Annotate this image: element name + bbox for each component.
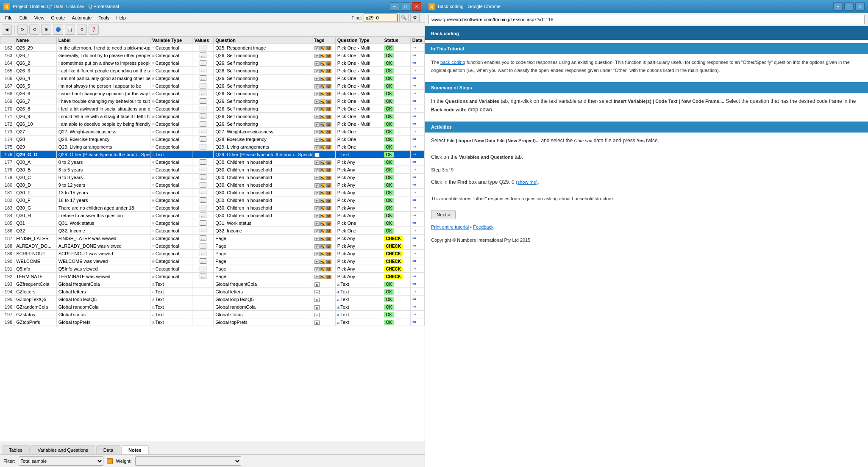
col-data[interactable]: Data — [410, 37, 424, 44]
table-row[interactable]: 181Q30_E13 to 15 years≡Categorical...Q30… — [0, 189, 425, 196]
row-data-arrow[interactable]: ⇒ — [410, 128, 424, 135]
values-button[interactable]: ... — [200, 251, 206, 256]
table-row[interactable]: 198GZtopPrefsGlobal topPrefsaTextGlobal … — [0, 318, 425, 326]
table-row[interactable]: 197GZstatusGlobal statusaTextGlobal stat… — [0, 311, 425, 318]
row-values[interactable]: ... — [192, 67, 214, 75]
row-values[interactable] — [192, 151, 214, 158]
table-row[interactable]: 194GZlettersGlobal lettersaTextGlobal le… — [0, 288, 425, 296]
row-values[interactable]: ... — [192, 273, 214, 280]
row-data-arrow[interactable]: ⇒ — [410, 280, 424, 288]
row-data-arrow[interactable]: ⇒ — [410, 212, 424, 219]
row-values[interactable]: ... — [192, 135, 214, 143]
tab-variables-questions[interactable]: Variables and Questions — [31, 445, 95, 454]
row-data-arrow[interactable]: ⇒ — [410, 59, 424, 67]
close-button[interactable]: ✕ — [412, 2, 421, 11]
row-data-arrow[interactable]: ⇒ — [410, 303, 424, 311]
toolbar-btn-4[interactable]: 🔵 — [53, 25, 63, 35]
table-row[interactable]: 182Q30_F16 to 17 years≡Categorical...Q30… — [0, 196, 425, 204]
table-row[interactable]: 185Q31Q31. Work status≡Categorical...Q31… — [0, 219, 425, 227]
row-data-arrow[interactable]: ⇒ — [410, 44, 424, 52]
table-row[interactable]: 176Q29_G_OQ29. Other (Please type into t… — [0, 151, 425, 158]
row-data-arrow[interactable]: ⇒ — [410, 151, 424, 158]
table-row[interactable]: 169Q26_7I have trouble changing my behav… — [0, 97, 425, 105]
values-button[interactable]: ... — [200, 167, 206, 172]
table-row[interactable]: 196GZrandomColaGlobal randomColaaTextGlo… — [0, 303, 425, 311]
toolbar-btn-3[interactable]: ⊕ — [41, 25, 51, 35]
row-data-arrow[interactable]: ⇒ — [410, 75, 424, 82]
find-options-button[interactable]: ⚙ — [410, 14, 420, 22]
col-vartype[interactable]: Variable Type — [150, 37, 192, 44]
back-coding-link[interactable]: back coding — [440, 60, 465, 65]
table-row[interactable]: 163Q26_1Generally, I do not try to pleas… — [0, 52, 425, 59]
row-data-arrow[interactable]: ⇒ — [410, 113, 424, 120]
table-row[interactable]: 179Q30_C6 to 8 years≡Categorical...Q30. … — [0, 174, 425, 181]
find-search-button[interactable]: 🔍 — [399, 14, 409, 22]
row-values[interactable]: ... — [192, 227, 214, 235]
values-button[interactable]: ... — [200, 274, 206, 279]
menu-view[interactable]: View — [31, 14, 48, 21]
table-row[interactable]: 183Q30_GThere are no children aged under… — [0, 204, 425, 212]
row-values[interactable]: ... — [192, 113, 214, 120]
table-row[interactable]: 171Q26_9I could tell a lie with a straig… — [0, 113, 425, 120]
find-input[interactable] — [364, 14, 398, 22]
row-data-arrow[interactable]: ⇒ — [410, 219, 424, 227]
row-data-arrow[interactable]: ⇒ — [410, 311, 424, 318]
next-button[interactable]: Next » — [431, 210, 456, 219]
row-values[interactable]: ... — [192, 166, 214, 174]
row-values[interactable] — [192, 280, 214, 288]
table-row[interactable]: 180Q30_D9 to 12 years≡Categorical...Q30.… — [0, 181, 425, 189]
values-button[interactable]: ... — [200, 220, 206, 226]
table-row[interactable]: 178Q30_B3 to 5 years≡Categorical...Q30. … — [0, 166, 425, 174]
table-row[interactable]: 188ALREADY_DO...ALREADY_DONE was viewed≡… — [0, 242, 425, 250]
tab-data[interactable]: Data — [96, 445, 120, 454]
toolbar-btn-1[interactable]: ⟳ — [17, 25, 28, 35]
values-button[interactable]: ... — [200, 45, 206, 50]
row-values[interactable]: ... — [192, 250, 214, 257]
menu-tools[interactable]: Tools — [95, 14, 113, 21]
col-status[interactable]: Status — [382, 37, 410, 44]
row-values[interactable]: ... — [192, 265, 214, 273]
table-row[interactable]: 168Q26_6I would not change my opinions (… — [0, 90, 425, 97]
row-values[interactable]: ... — [192, 181, 214, 189]
row-data-arrow[interactable]: ⇒ — [410, 189, 424, 196]
table-row[interactable]: 190WELCOMEWELCOME was viewed≡Categorical… — [0, 257, 425, 265]
row-data-arrow[interactable]: ⇒ — [410, 265, 424, 273]
values-button[interactable]: ... — [200, 258, 206, 264]
row-data-arrow[interactable]: ⇒ — [410, 97, 424, 105]
row-values[interactable]: ... — [192, 128, 214, 135]
row-data-arrow[interactable]: ⇒ — [410, 82, 424, 90]
row-values[interactable]: ... — [192, 242, 214, 250]
table-row[interactable]: 193GZfrequentColaGlobal frequentColaaTex… — [0, 280, 425, 288]
filter-select[interactable]: Total sample — [19, 456, 103, 466]
toolbar-btn-5[interactable]: 📊 — [65, 25, 75, 35]
values-button[interactable]: ... — [200, 83, 206, 88]
row-data-arrow[interactable]: ⇒ — [410, 67, 424, 75]
show-me-link[interactable]: (show me) — [516, 180, 537, 185]
values-button[interactable]: ... — [200, 174, 206, 180]
right-close-button[interactable]: ✕ — [855, 2, 865, 11]
row-values[interactable]: ... — [192, 75, 214, 82]
toolbar-btn-2[interactable]: ⟲ — [29, 25, 39, 35]
table-row[interactable]: 187FINISH_LATERFINISH_LATER was viewed≡C… — [0, 235, 425, 242]
row-values[interactable]: ... — [192, 105, 214, 113]
weight-select[interactable] — [135, 456, 241, 466]
row-values[interactable]: ... — [192, 90, 214, 97]
col-values[interactable]: Values — [192, 37, 214, 44]
table-row[interactable]: 195GZloopTextQ5Global loopTextQ5aTextGlo… — [0, 296, 425, 303]
values-button[interactable]: ... — [200, 106, 206, 111]
table-row[interactable]: 167Q26_5I'm not always the person I appe… — [0, 82, 425, 90]
toolbar-btn-7[interactable]: ❓ — [89, 25, 99, 35]
row-data-arrow[interactable]: ⇒ — [410, 105, 424, 113]
row-data-arrow[interactable]: ⇒ — [410, 135, 424, 143]
table-row[interactable]: 175Q29Q29. Living arrangements≡Categoric… — [0, 143, 425, 151]
values-button[interactable]: ... — [200, 213, 206, 218]
row-values[interactable]: ... — [192, 143, 214, 151]
table-row[interactable]: 186Q32Q32. Income≡Categorical...Q32. Inc… — [0, 227, 425, 235]
right-maximize-button[interactable]: □ — [844, 2, 854, 11]
row-values[interactable]: ... — [192, 235, 214, 242]
table-row[interactable]: 177Q30_A0 to 2 years≡Categorical...Q30. … — [0, 158, 425, 166]
feedback-link[interactable]: Feedback — [473, 224, 493, 229]
row-values[interactable]: ... — [192, 158, 214, 166]
row-data-arrow[interactable]: ⇒ — [410, 174, 424, 181]
values-button[interactable]: ... — [200, 91, 206, 96]
